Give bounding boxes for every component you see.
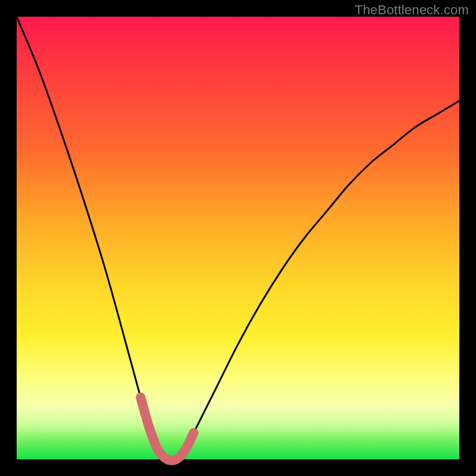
trough-highlight xyxy=(140,397,193,461)
plot-area xyxy=(17,17,459,459)
curve-svg xyxy=(17,17,459,459)
watermark-text: TheBottleneck.com xyxy=(355,2,469,18)
chart-frame: TheBottleneck.com xyxy=(0,0,476,476)
bottleneck-curve xyxy=(17,17,459,461)
